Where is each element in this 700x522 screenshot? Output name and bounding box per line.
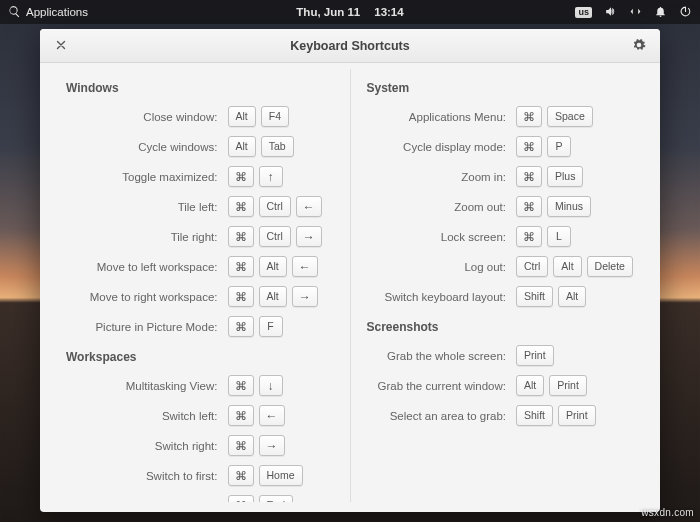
shortcut-keys: ⌘Ctrl←	[228, 196, 336, 217]
key-tab: Tab	[261, 136, 294, 157]
shortcut-row: Zoom out:⌘Minus	[365, 193, 637, 220]
shortcut-row: Multitasking View:⌘↓	[64, 372, 336, 399]
shortcut-label: Log out:	[464, 261, 506, 273]
panel-date[interactable]: Thu, Jun 11	[296, 6, 360, 18]
right-column: SystemApplications Menu:⌘SpaceCycle disp…	[351, 69, 651, 502]
shortcut-label: Grab the whole screen:	[387, 350, 506, 362]
shortcut-label: Switch to first:	[146, 470, 218, 482]
shortcut-keys: ⌘P	[516, 136, 636, 157]
shortcut-label: Tile left:	[178, 201, 218, 213]
shortcut-keys: ⌘Home	[228, 465, 336, 486]
shortcut-row: Grab the current window:AltPrint	[365, 372, 637, 399]
shortcut-keys: AltTab	[228, 136, 336, 157]
shortcut-row: Switch to first:⌘Home	[64, 462, 336, 489]
panel-time[interactable]: 13:14	[374, 6, 403, 18]
keyboard-layout-indicator[interactable]: us	[575, 7, 592, 18]
shortcut-keys: ⌘Minus	[516, 196, 636, 217]
close-icon	[54, 38, 68, 55]
shortcut-row: Picture in Picture Mode:⌘F	[64, 313, 336, 340]
shortcut-row: Switch to new:⌘End	[64, 492, 336, 502]
shortcut-label: Grab the current window:	[378, 380, 506, 392]
shortcut-keys: ⌘Ctrl→	[228, 226, 336, 247]
shortcut-label: Tile right:	[171, 231, 218, 243]
shortcut-label: Switch right:	[155, 440, 218, 452]
key-alt: Alt	[228, 136, 256, 157]
key-down: ↓	[259, 375, 283, 396]
key-alt: Alt	[228, 106, 256, 127]
key-l: L	[547, 226, 571, 247]
shortcut-row: Tile left:⌘Ctrl←	[64, 193, 336, 220]
shortcut-row: Lock screen:⌘L	[365, 223, 637, 250]
key-cmd: ⌘	[228, 316, 254, 337]
search-icon	[8, 5, 21, 20]
key-alt: Alt	[553, 256, 581, 277]
key-alt: Alt	[259, 256, 287, 277]
key-minus: Minus	[547, 196, 591, 217]
applications-menu[interactable]: Applications	[8, 5, 88, 20]
shortcut-row: Tile right:⌘Ctrl→	[64, 223, 336, 250]
key-print: Print	[558, 405, 596, 426]
shortcut-keys: AltPrint	[516, 375, 636, 396]
shortcut-label: Switch to new:	[143, 500, 217, 503]
shortcut-row: Cycle display mode:⌘P	[365, 133, 637, 160]
titlebar: Keyboard Shortcuts	[40, 29, 660, 63]
key-ctrl: Ctrl	[259, 226, 291, 247]
shortcut-row: Log out:CtrlAltDelete	[365, 253, 637, 280]
shortcut-keys: Print	[516, 345, 636, 366]
key-shift: Shift	[516, 405, 553, 426]
shortcut-label: Select an area to grab:	[390, 410, 506, 422]
power-icon[interactable]	[679, 5, 692, 20]
network-icon[interactable]	[629, 5, 642, 20]
key-cmd: ⌘	[516, 136, 542, 157]
key-space: Space	[547, 106, 593, 127]
shortcut-row: Grab the whole screen:Print	[365, 342, 637, 369]
shortcut-keys: ⌘Plus	[516, 166, 636, 187]
key-ctrl: Ctrl	[259, 196, 291, 217]
key-up: ↑	[259, 166, 283, 187]
key-left: ←	[296, 196, 322, 217]
shortcut-keys: ShiftAlt	[516, 286, 636, 307]
shortcut-label: Toggle maximized:	[122, 171, 217, 183]
shortcut-keys: ⌘Alt←	[228, 256, 336, 277]
key-cmd: ⌘	[228, 196, 254, 217]
shortcut-keys: ShiftPrint	[516, 405, 636, 426]
shortcut-label: Picture in Picture Mode:	[95, 321, 217, 333]
key-cmd: ⌘	[516, 106, 542, 127]
key-cmd: ⌘	[228, 226, 254, 247]
shortcut-row: Select an area to grab:ShiftPrint	[365, 402, 637, 429]
shortcut-row: Cycle windows:AltTab	[64, 133, 336, 160]
shortcut-keys: ⌘→	[228, 435, 336, 456]
left-column: WindowsClose window:AltF4Cycle windows:A…	[50, 69, 351, 502]
key-cmd: ⌘	[516, 196, 542, 217]
key-cmd: ⌘	[228, 256, 254, 277]
key-left: ←	[292, 256, 318, 277]
watermark: wsxdn.com	[641, 507, 694, 518]
shortcut-row: Switch left:⌘←	[64, 402, 336, 429]
shortcut-label: Cycle windows:	[138, 141, 217, 153]
key-f: F	[259, 316, 283, 337]
key-right: →	[259, 435, 285, 456]
shortcut-label: Cycle display mode:	[403, 141, 506, 153]
keyboard-shortcuts-window: Keyboard Shortcuts WindowsClose window:A…	[40, 29, 660, 512]
key-delete: Delete	[587, 256, 633, 277]
key-cmd: ⌘	[228, 405, 254, 426]
section-title: Windows	[66, 81, 336, 95]
key-cmd: ⌘	[228, 465, 254, 486]
key-cmd: ⌘	[228, 375, 254, 396]
key-home: Home	[259, 465, 303, 486]
volume-icon[interactable]	[604, 5, 617, 20]
key-cmd: ⌘	[228, 435, 254, 456]
close-button[interactable]	[44, 29, 78, 63]
settings-button[interactable]	[622, 29, 656, 63]
top-panel: Applications Thu, Jun 11 13:14 us	[0, 0, 700, 24]
shortcut-label: Move to right workspace:	[90, 291, 218, 303]
notifications-icon[interactable]	[654, 5, 667, 20]
section-title: Screenshots	[367, 320, 637, 334]
section-title: System	[367, 81, 637, 95]
shortcut-row: Move to right workspace:⌘Alt→	[64, 283, 336, 310]
key-cmd: ⌘	[228, 286, 254, 307]
key-f4: F4	[261, 106, 289, 127]
shortcut-keys: CtrlAltDelete	[516, 256, 636, 277]
applications-label: Applications	[26, 6, 88, 18]
content-area: WindowsClose window:AltF4Cycle windows:A…	[40, 63, 660, 512]
